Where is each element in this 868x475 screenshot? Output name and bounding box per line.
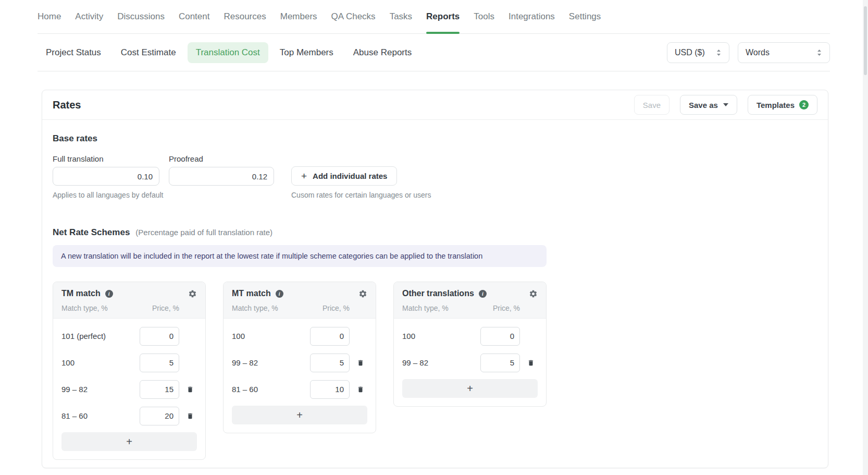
- nav-item-resources[interactable]: Resources: [224, 0, 266, 33]
- scheme-row: 101 (perfect): [61, 323, 197, 349]
- nav-item-activity[interactable]: Activity: [75, 0, 103, 33]
- scrollbar-thumb[interactable]: [864, 6, 867, 75]
- price-input[interactable]: [140, 327, 179, 346]
- net-rate-schemes-subheading: (Percentage paid of full translation rat…: [135, 228, 272, 237]
- tab-top-members[interactable]: Top Members: [271, 42, 342, 63]
- base-rates-helpers: Applies to all languages by default Cuso…: [53, 191, 817, 200]
- price-input[interactable]: [140, 354, 179, 372]
- match-type-column-header: Match type, %: [402, 304, 449, 312]
- price-input[interactable]: [480, 354, 520, 372]
- full-translation-label: Full translation: [53, 154, 159, 163]
- trash-icon[interactable]: [185, 411, 195, 421]
- info-icon[interactable]: i: [479, 290, 487, 298]
- top-navigation: Home Activity Discussions Content Resour…: [38, 0, 830, 34]
- unit-select-value: Words: [746, 48, 770, 57]
- nav-item-discussions[interactable]: Discussions: [117, 0, 165, 33]
- add-individual-rates-button[interactable]: + Add individual rates: [291, 166, 397, 186]
- page-title: Rates: [53, 99, 81, 111]
- price-input[interactable]: [140, 380, 179, 399]
- price-input[interactable]: [310, 327, 350, 346]
- match-range-label: 99 – 82: [402, 358, 480, 367]
- rates-panel-actions: Save Save as Templates 2: [634, 95, 817, 115]
- report-filters: USD ($) Words: [667, 42, 830, 63]
- tab-cost-estimate[interactable]: Cost Estimate: [113, 42, 184, 63]
- currency-select-value: USD ($): [675, 48, 705, 57]
- scheme-row: 100: [232, 323, 367, 349]
- match-range-label: 101 (perfect): [61, 332, 140, 340]
- scheme-rows: 100 99 – 82: [394, 319, 546, 376]
- base-rates-fields: Full translation Proofread + Add individ…: [53, 154, 817, 186]
- select-arrows-icon: [716, 49, 722, 56]
- scheme-row: 99 – 82: [402, 349, 538, 376]
- templates-label: Templates: [757, 101, 795, 109]
- trash-icon[interactable]: [185, 384, 195, 395]
- scheme-row: 81 – 60: [61, 403, 197, 429]
- templates-count-badge: 2: [799, 100, 809, 109]
- scheme-card-mt-match: MT match i Match type, % Price, %: [223, 282, 376, 433]
- add-row-button[interactable]: +: [61, 432, 197, 451]
- save-button[interactable]: Save: [634, 95, 669, 115]
- base-rates-heading: Base rates: [53, 133, 817, 144]
- scheme-rows: 100 99 – 82 81 – 60: [224, 319, 376, 403]
- price-column-header: Price, %: [493, 304, 520, 312]
- info-icon[interactable]: i: [276, 290, 283, 298]
- templates-button[interactable]: Templates 2: [748, 95, 817, 115]
- match-range-label: 81 – 60: [232, 385, 310, 394]
- nav-item-members[interactable]: Members: [280, 0, 317, 33]
- nav-item-qa-checks[interactable]: QA Checks: [331, 0, 376, 33]
- scheme-cards-row: TM match i Match type, % Price, %: [53, 282, 817, 460]
- info-icon[interactable]: i: [105, 290, 113, 298]
- match-range-label: 100: [232, 332, 310, 340]
- price-input[interactable]: [140, 407, 179, 425]
- scheme-card-title: Other translations: [402, 289, 474, 298]
- price-column-header: Price, %: [152, 304, 179, 312]
- nav-item-reports[interactable]: Reports: [426, 0, 460, 33]
- proofread-input[interactable]: [169, 167, 274, 186]
- unit-select[interactable]: Words: [738, 42, 830, 63]
- nav-item-home[interactable]: Home: [38, 0, 61, 33]
- rates-panel-header: Rates Save Save as Templates 2: [42, 90, 828, 120]
- trash-icon[interactable]: [356, 384, 365, 395]
- trash-icon[interactable]: [356, 358, 365, 368]
- tab-project-status[interactable]: Project Status: [38, 42, 109, 63]
- full-translation-input[interactable]: [53, 167, 159, 186]
- add-row-button[interactable]: +: [402, 379, 538, 398]
- scheme-card-header: MT match i Match type, % Price, %: [224, 282, 376, 319]
- price-input[interactable]: [310, 380, 350, 399]
- proofread-label: Proofread: [169, 154, 274, 163]
- save-as-button[interactable]: Save as: [680, 95, 737, 115]
- nav-item-content[interactable]: Content: [179, 0, 210, 33]
- scheme-row: 100: [61, 349, 197, 376]
- individual-rates-helper-text: Cusom rates for certain languages or use…: [291, 191, 431, 199]
- gear-icon[interactable]: [529, 289, 538, 298]
- net-rate-schemes-heading-row: Net Rate Schemes (Percentage paid of ful…: [53, 227, 817, 238]
- select-arrows-icon: [816, 49, 822, 56]
- gear-icon[interactable]: [188, 289, 197, 298]
- trash-icon[interactable]: [526, 358, 536, 368]
- scheme-card-title: TM match: [61, 289, 101, 298]
- nav-item-tasks[interactable]: Tasks: [390, 0, 412, 33]
- scheme-rows: 101 (perfect) 100 99 – 82: [53, 319, 205, 429]
- nav-item-tools[interactable]: Tools: [474, 0, 494, 33]
- scheme-row: 99 – 82: [61, 376, 197, 403]
- match-range-label: 81 – 60: [61, 411, 140, 420]
- add-row-button[interactable]: +: [232, 406, 367, 424]
- full-translation-helper-text: Applies to all languages by default: [53, 191, 163, 199]
- currency-select[interactable]: USD ($): [667, 42, 729, 63]
- save-as-label: Save as: [689, 101, 718, 109]
- proofread-field: Proofread: [169, 154, 274, 186]
- nav-item-integrations[interactable]: Integrations: [509, 0, 555, 33]
- report-subtabs-row: Project Status Cost Estimate Translation…: [38, 34, 830, 71]
- scheme-card-tm-match: TM match i Match type, % Price, %: [53, 282, 206, 460]
- rates-panel-body: Base rates Full translation Proofread + …: [42, 133, 828, 460]
- tab-abuse-reports[interactable]: Abuse Reports: [345, 42, 420, 63]
- match-range-label: 99 – 82: [232, 358, 310, 367]
- price-input[interactable]: [310, 354, 350, 372]
- nav-item-settings[interactable]: Settings: [569, 0, 601, 33]
- tab-translation-cost[interactable]: Translation Cost: [188, 42, 268, 63]
- full-translation-field: Full translation: [53, 154, 159, 186]
- scrollbar-track[interactable]: [863, 0, 868, 475]
- price-input[interactable]: [480, 327, 520, 346]
- gear-icon[interactable]: [358, 289, 367, 298]
- plus-icon: +: [301, 170, 307, 182]
